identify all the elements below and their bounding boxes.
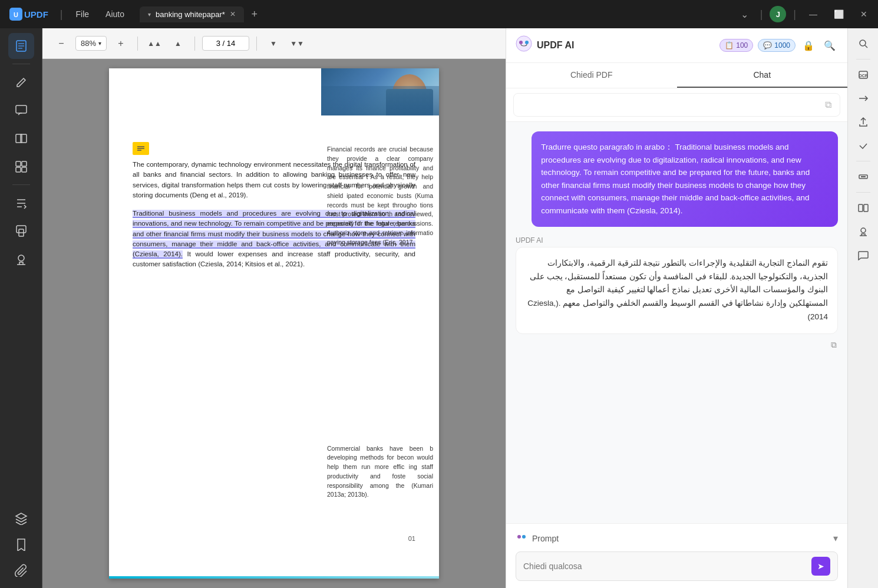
ai-settings-button[interactable]: 🔒: [800, 38, 817, 54]
user-message: Tradurre questo paragrafo in arabo： Trad…: [532, 131, 838, 227]
right-icon-compare[interactable]: [853, 197, 874, 219]
ai-message: تقوم النماذج التجارية التقليدية والإجراء…: [516, 247, 838, 335]
right-icon-share[interactable]: [853, 111, 874, 133]
svg-rect-12: [22, 167, 27, 172]
sidebar-icon-comment[interactable]: [8, 97, 34, 123]
tab-chat[interactable]: Chat: [677, 63, 848, 88]
titlebar-sep2: |: [760, 8, 763, 21]
sidebar-icon-organize[interactable]: [8, 154, 34, 180]
svg-point-21: [525, 41, 529, 44]
more-tabs-button[interactable]: ⌄: [736, 6, 753, 22]
right-icon-search[interactable]: [853, 33, 874, 54]
zoom-in-button[interactable]: +: [111, 34, 130, 53]
ai-badge-messages-value: 1000: [774, 41, 790, 49]
send-icon: ➤: [817, 561, 824, 571]
app-logo: U UPDF: [5, 8, 53, 21]
ai-message-label: UPDF AI: [516, 236, 838, 245]
sidebar-icon-layers[interactable]: [8, 506, 34, 531]
page-down-button[interactable]: ▼: [264, 34, 283, 53]
titlebar: U UPDF | File Aiuto ▾ banking whitepapar…: [0, 0, 878, 28]
zoom-selector[interactable]: 88% ▾: [75, 36, 107, 51]
ai-header: UPDF AI 📋 100 💬 1000 🔒 🔍: [506, 28, 847, 63]
right-icon-ocr[interactable]: OCR: [853, 64, 874, 85]
svg-rect-11: [16, 167, 21, 172]
page-number-input[interactable]: [202, 36, 249, 51]
svg-text:U: U: [14, 11, 18, 18]
pdf-right-column: Financial records are crucial because th…: [321, 145, 439, 247]
ai-header-right: 📋 100 💬 1000 🔒 🔍: [719, 38, 838, 54]
svg-point-32: [861, 228, 866, 233]
pdf-toolbar: − 88% ▾ + ▲▲ ▲ ▼ ▼▼: [42, 28, 506, 59]
page-last-button[interactable]: ▼▼: [288, 34, 306, 53]
sidebar-icon-bookmark[interactable]: [8, 531, 34, 557]
pdf-page-number: 01: [408, 534, 415, 544]
ai-badge-credits-icon: 📋: [725, 41, 734, 49]
right-icon-redact[interactable]: [853, 166, 874, 187]
right-icon-check[interactable]: [853, 135, 874, 156]
sidebar-icon-pages[interactable]: [8, 125, 34, 151]
right-icon-stamp[interactable]: [853, 221, 874, 242]
sidebar-bottom: [8, 506, 34, 583]
menu-aiuto[interactable]: Aiuto: [100, 7, 130, 21]
pdf-right-column-bottom: Commercial banks have been b developing …: [321, 444, 439, 500]
sidebar-sep1: [12, 64, 30, 64]
ai-badge-messages-icon: 💬: [763, 41, 772, 49]
sidebar-icon-protect[interactable]: [8, 218, 34, 244]
tab-ask-pdf[interactable]: Chiedi PDF: [506, 63, 677, 88]
pdf-right-column-text: Financial records are crucial because th…: [327, 146, 433, 246]
chat-input-row: ➤: [516, 551, 838, 581]
pdf-viewer: − 88% ▾ + ▲▲ ▲ ▼ ▼▼: [42, 28, 506, 588]
right-icon-bar: OCR: [847, 28, 878, 588]
ai-message-actions: ⧉: [516, 336, 838, 351]
new-tab-button[interactable]: +: [246, 6, 263, 22]
minimize-button[interactable]: —: [803, 7, 823, 21]
pdf-page-header-image: [321, 68, 439, 115]
svg-point-20: [519, 41, 523, 44]
updf-logo-icon: U: [9, 8, 22, 21]
right-sep3: [856, 192, 870, 193]
ai-badge-credits: 📋 100: [719, 39, 753, 52]
ai-copy-button[interactable]: ⧉: [830, 339, 838, 351]
copy-to-clipboard-icon[interactable]: ⧉: [825, 100, 831, 110]
tab-banking[interactable]: ▾ banking whitepapar* ✕: [140, 6, 244, 22]
page-up-button[interactable]: ▲: [169, 34, 187, 53]
prompt-row: Prompt ▾: [516, 531, 838, 546]
close-button[interactable]: ✕: [854, 7, 873, 21]
toolbar-sep1: [137, 37, 138, 51]
page-first-button[interactable]: ▲▲: [145, 34, 164, 53]
svg-line-25: [865, 45, 867, 48]
prompt-dots-icon: [516, 531, 527, 546]
maximize-button[interactable]: ⬜: [828, 7, 850, 21]
sidebar-icon-stamp[interactable]: [8, 246, 34, 272]
prompt-dropdown-icon[interactable]: ▾: [833, 533, 838, 544]
zoom-out-button[interactable]: −: [52, 34, 71, 53]
pdf-progress-bar: [109, 576, 439, 579]
titlebar-sep3: |: [793, 8, 796, 21]
sidebar-icon-reader[interactable]: [8, 33, 34, 59]
user-avatar[interactable]: J: [770, 6, 786, 22]
tab-dropdown-icon[interactable]: ▾: [148, 11, 151, 18]
menu-file[interactable]: File: [70, 7, 95, 21]
chat-send-button[interactable]: ➤: [811, 557, 830, 576]
right-icon-chat[interactable]: [853, 245, 874, 266]
ai-logo: UPDF AI: [516, 35, 574, 55]
ai-badge-credits-value: 100: [736, 41, 748, 49]
ai-search-button[interactable]: 🔍: [821, 38, 838, 54]
sidebar-icon-edit[interactable]: [8, 69, 34, 95]
page-input-area: [202, 36, 249, 51]
ai-badge-messages: 💬 1000: [758, 39, 796, 52]
right-icon-convert[interactable]: [853, 88, 874, 109]
prompt-label: Prompt: [532, 534, 829, 543]
chat-input[interactable]: [523, 561, 807, 571]
titlebar-divider: |: [60, 8, 63, 21]
sidebar-icon-convert[interactable]: [8, 190, 34, 216]
svg-rect-6: [16, 105, 27, 113]
ai-chat-area[interactable]: Tradurre questo paragrafo in arabo： Trad…: [506, 122, 847, 523]
app-logo-text: UPDF: [24, 9, 48, 19]
main-area: − 88% ▾ + ▲▲ ▲ ▼ ▼▼: [0, 28, 878, 588]
svg-rect-10: [22, 161, 27, 166]
svg-point-23: [522, 535, 526, 539]
tab-close-icon[interactable]: ✕: [230, 10, 236, 18]
right-sep2: [856, 161, 870, 161]
sidebar-icon-attach[interactable]: [8, 557, 34, 583]
